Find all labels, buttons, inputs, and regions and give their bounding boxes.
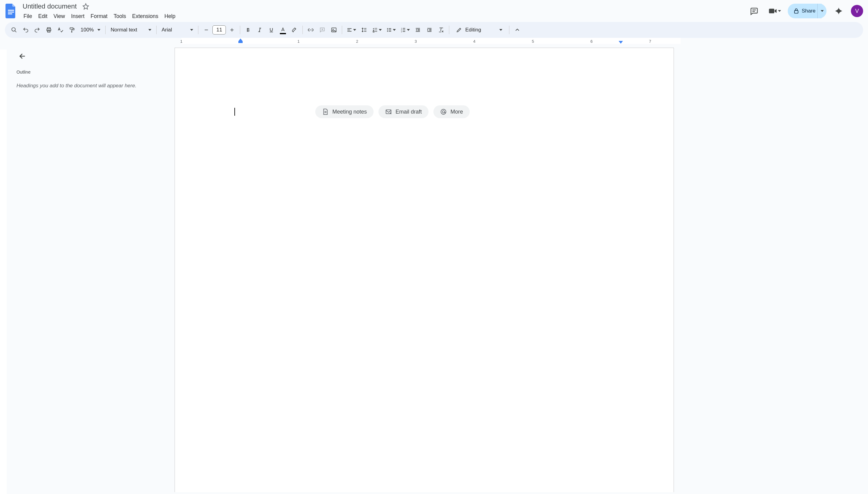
clear-formatting-icon bbox=[438, 27, 444, 33]
underline-button[interactable] bbox=[266, 24, 277, 35]
paint-format-button[interactable] bbox=[66, 24, 78, 35]
italic-icon bbox=[257, 27, 262, 33]
svg-point-61 bbox=[442, 111, 445, 113]
menu-view[interactable]: View bbox=[51, 12, 68, 21]
ruler-number: 6 bbox=[590, 39, 592, 44]
print-button[interactable] bbox=[43, 24, 54, 35]
chip-label: Meeting notes bbox=[332, 109, 367, 115]
svg-point-36 bbox=[387, 31, 388, 32]
font-family-dropdown[interactable]: Arial bbox=[159, 27, 196, 33]
highlight-color-button[interactable] bbox=[289, 24, 300, 35]
font-size-input[interactable]: 11 bbox=[212, 25, 226, 35]
ruler-number: 1 bbox=[297, 39, 299, 44]
account-avatar[interactable]: V bbox=[851, 5, 863, 17]
chevron-down-icon bbox=[778, 10, 781, 12]
bold-icon bbox=[245, 27, 251, 33]
print-icon bbox=[46, 27, 52, 33]
toolbar: 100% Normal text Arial 11 bbox=[5, 22, 863, 38]
menu-insert[interactable]: Insert bbox=[68, 12, 87, 21]
checklist-dropdown[interactable] bbox=[370, 24, 383, 35]
image-icon bbox=[331, 27, 337, 33]
outline-panel: Outline Headings you add to the document… bbox=[0, 44, 175, 492]
separator bbox=[449, 26, 449, 34]
ruler-number: 1 bbox=[180, 39, 182, 44]
align-dropdown[interactable] bbox=[344, 24, 358, 35]
gemini-button[interactable] bbox=[831, 4, 846, 18]
line-spacing-icon bbox=[361, 27, 367, 33]
svg-line-18 bbox=[259, 28, 260, 32]
chip-label: More bbox=[451, 109, 463, 115]
paragraph-style-dropdown[interactable]: Normal text bbox=[108, 27, 154, 33]
bulleted-list-icon bbox=[387, 27, 392, 33]
add-comment-icon bbox=[319, 27, 326, 33]
share-button[interactable]: Share bbox=[788, 4, 822, 18]
checklist-icon bbox=[372, 27, 378, 33]
add-comment-button[interactable] bbox=[317, 24, 328, 35]
menu-edit[interactable]: Edit bbox=[35, 12, 50, 21]
chip-meeting-notes[interactable]: Meeting notes bbox=[315, 105, 374, 118]
link-icon bbox=[308, 27, 314, 33]
document-title[interactable]: Untitled document bbox=[21, 2, 78, 11]
line-spacing-button[interactable] bbox=[359, 24, 370, 35]
svg-line-7 bbox=[15, 31, 17, 32]
vertical-ruler[interactable] bbox=[0, 46, 7, 494]
menu-file[interactable]: File bbox=[21, 12, 35, 21]
menu-tools[interactable]: Tools bbox=[111, 12, 129, 21]
close-outline-button[interactable] bbox=[17, 50, 29, 62]
chip-email-draft[interactable]: Email draft bbox=[378, 105, 429, 118]
right-indent-marker[interactable] bbox=[619, 41, 623, 44]
ruler-number: 3 bbox=[414, 39, 417, 44]
chip-more[interactable]: More bbox=[433, 105, 470, 118]
italic-button[interactable] bbox=[254, 24, 265, 35]
increase-font-size-button[interactable] bbox=[226, 24, 237, 35]
pencil-icon bbox=[456, 27, 462, 33]
text-color-button[interactable] bbox=[277, 24, 289, 35]
first-line-indent-marker[interactable] bbox=[238, 38, 243, 41]
menu-help[interactable]: Help bbox=[162, 12, 178, 21]
comment-history-button[interactable] bbox=[747, 4, 762, 18]
chevron-down-icon bbox=[190, 29, 193, 31]
spellcheck-button[interactable] bbox=[55, 24, 66, 35]
outline-empty-text: Headings you add to the document will ap… bbox=[17, 82, 157, 90]
collapse-toolbar-button[interactable] bbox=[512, 24, 523, 35]
lock-icon bbox=[793, 8, 799, 14]
bulleted-list-dropdown[interactable] bbox=[384, 24, 398, 35]
share-dropdown[interactable] bbox=[817, 4, 827, 18]
undo-button[interactable] bbox=[20, 24, 31, 35]
left-indent-marker[interactable] bbox=[238, 41, 243, 43]
menu-format[interactable]: Format bbox=[88, 12, 110, 21]
svg-point-23 bbox=[333, 29, 334, 30]
decrease-indent-button[interactable] bbox=[412, 24, 423, 35]
svg-rect-11 bbox=[70, 28, 73, 29]
document-page[interactable]: Meeting notes Email draft More bbox=[175, 48, 674, 492]
horizontal-ruler[interactable]: 1 1 2 3 4 5 6 7 bbox=[7, 38, 868, 44]
increase-indent-button[interactable] bbox=[424, 24, 435, 35]
menu-extensions[interactable]: Extensions bbox=[130, 12, 161, 21]
docs-logo[interactable] bbox=[5, 3, 17, 19]
clear-formatting-button[interactable] bbox=[436, 24, 447, 35]
arrow-left-icon bbox=[19, 52, 26, 60]
decrease-font-size-button[interactable] bbox=[201, 24, 212, 35]
svg-point-34 bbox=[387, 28, 388, 29]
editing-mode-dropdown[interactable]: Editing bbox=[452, 24, 507, 35]
ruler-v-page-area bbox=[0, 50, 7, 494]
ruler-number: 4 bbox=[473, 39, 475, 44]
numbered-list-icon: 123 bbox=[400, 27, 406, 33]
plus-icon bbox=[230, 27, 234, 32]
numbered-list-dropdown[interactable]: 123 bbox=[398, 24, 412, 35]
svg-rect-32 bbox=[373, 31, 374, 32]
svg-rect-0 bbox=[8, 10, 14, 11]
header-right: Share V bbox=[747, 4, 863, 18]
star-button[interactable] bbox=[81, 1, 91, 11]
bold-button[interactable] bbox=[243, 24, 254, 35]
separator bbox=[156, 26, 157, 34]
separator bbox=[509, 26, 509, 34]
video-icon bbox=[768, 6, 777, 16]
meet-button[interactable] bbox=[766, 6, 783, 16]
zoom-dropdown[interactable]: 100% bbox=[78, 27, 103, 33]
redo-button[interactable] bbox=[32, 24, 43, 35]
insert-link-button[interactable] bbox=[305, 24, 316, 35]
decrease-indent-icon bbox=[415, 27, 420, 33]
insert-image-button[interactable] bbox=[329, 24, 339, 35]
search-menus-button[interactable] bbox=[8, 24, 20, 35]
